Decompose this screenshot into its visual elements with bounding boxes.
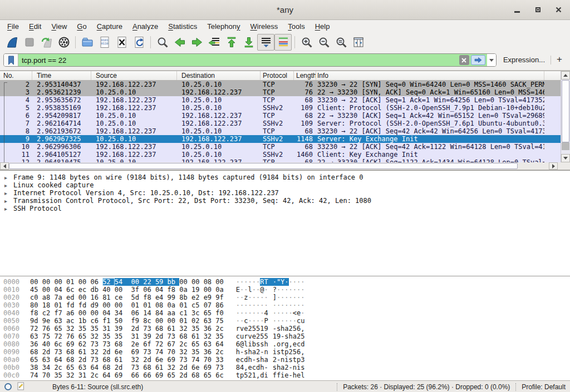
hex-byte[interactable]: 68: [143, 364, 155, 371]
hex-byte[interactable]: 73: [215, 364, 223, 371]
hex-byte[interactable]: 00: [204, 286, 216, 294]
ascii-char[interactable]: ·: [236, 309, 240, 317]
ascii-char[interactable]: ·: [248, 301, 252, 309]
hex-byte[interactable]: 36: [30, 340, 42, 348]
ascii-char[interactable]: ·: [301, 286, 304, 294]
ascii-char[interactable]: ·: [248, 309, 252, 317]
hex-byte[interactable]: 2d: [102, 348, 115, 356]
hex-row[interactable]: 009068 2d 73 68 61 32 2d 6e 69 73 74 70 …: [0, 348, 570, 356]
ascii-char[interactable]: ·: [268, 301, 277, 309]
scroll-up-button[interactable]: [561, 71, 570, 80]
hex-byte[interactable]: 31: [78, 371, 91, 379]
hex-byte[interactable]: 32: [179, 348, 191, 356]
hex-row[interactable]: 00b038 34 2c 65 63 64 68 2d 73 68 61 32 …: [0, 364, 570, 371]
menu-tools[interactable]: Tools: [283, 21, 309, 32]
hex-byte[interactable]: 6e: [155, 356, 168, 364]
hex-byte[interactable]: 38: [30, 364, 42, 371]
menu-capture[interactable]: Capture: [92, 21, 127, 32]
ascii-char[interactable]: ·: [301, 278, 304, 286]
hex-byte[interactable]: d9: [90, 301, 102, 309]
ascii-char[interactable]: ·: [236, 278, 240, 286]
hex-byte[interactable]: 73: [143, 348, 155, 356]
ascii-char[interactable]: ·: [289, 294, 293, 301]
ascii-char[interactable]: h: [248, 356, 252, 364]
ascii-char[interactable]: ·: [289, 309, 293, 317]
filter-bookmark-button[interactable]: [4, 54, 18, 66]
scroll-left-button[interactable]: [0, 162, 9, 170]
packet-list-vertical-scrollbar[interactable]: [561, 71, 570, 162]
hex-byte[interactable]: 65: [204, 371, 216, 379]
hex-byte[interactable]: 40: [42, 340, 55, 348]
ascii-char[interactable]: ·: [252, 309, 256, 317]
ascii-char[interactable]: ·: [248, 278, 252, 286]
hex-byte[interactable]: c5: [191, 301, 204, 309]
hex-byte[interactable]: 6c: [54, 340, 66, 348]
hex-byte[interactable]: 70: [42, 371, 55, 379]
packet-list-horizontal-scrollbar[interactable]: [0, 162, 570, 170]
hex-byte[interactable]: 32: [168, 364, 180, 371]
ascii-char[interactable]: f: [268, 371, 277, 379]
save-file-button[interactable]: 01010110: [96, 34, 113, 51]
hex-byte[interactable]: 34: [42, 364, 55, 371]
hex-byte[interactable]: 6f: [143, 340, 155, 348]
hex-byte[interactable]: 63: [78, 364, 91, 371]
hex-byte[interactable]: 65: [191, 340, 204, 348]
ascii-char[interactable]: ·: [252, 317, 256, 325]
hex-byte[interactable]: 34: [115, 309, 127, 317]
ascii-char[interactable]: ·: [284, 286, 288, 294]
start-capture-button[interactable]: [3, 34, 21, 51]
ascii-char[interactable]: h: [236, 348, 240, 356]
expander-icon[interactable]: ▸: [4, 174, 13, 182]
hex-byte[interactable]: 80: [30, 301, 42, 309]
ascii-char[interactable]: t: [236, 371, 240, 379]
hex-byte[interactable]: 3f: [127, 286, 144, 294]
hex-row[interactable]: 000000 00 00 01 00 06 52 54 00 22 59 bb …: [0, 278, 570, 286]
hex-byte[interactable]: 69: [66, 340, 78, 348]
hex-byte[interactable]: 70: [168, 348, 180, 356]
ascii-char[interactable]: 2: [248, 371, 252, 379]
hex-byte[interactable]: f8: [143, 294, 155, 301]
hex-byte[interactable]: 35: [191, 325, 204, 333]
ascii-char[interactable]: ·: [293, 286, 297, 294]
ascii-char[interactable]: ·: [252, 301, 256, 309]
hex-row[interactable]: 00a065 63 64 68 2d 73 68 61 32 2d 6e 69 …: [0, 356, 570, 364]
ascii-char[interactable]: h: [289, 333, 293, 340]
hex-byte[interactable]: 61: [191, 333, 204, 340]
column-header-length[interactable]: Length: [294, 71, 316, 80]
hex-byte[interactable]: 00: [42, 286, 55, 294]
hex-byte[interactable]: 63: [204, 340, 216, 348]
go-to-packet-button[interactable]: [205, 34, 223, 51]
hex-byte[interactable]: 7a: [54, 294, 66, 301]
ascii-char[interactable]: i: [284, 356, 288, 364]
hex-byte[interactable]: 08: [204, 278, 216, 286]
ascii-char[interactable]: u: [301, 317, 304, 325]
ascii-char[interactable]: b: [252, 340, 256, 348]
hex-byte[interactable]: 61: [78, 348, 91, 356]
hex-byte[interactable]: 9e: [42, 317, 55, 325]
column-header-time[interactable]: Time: [32, 71, 91, 80]
hex-byte[interactable]: 32: [179, 325, 191, 333]
hex-row[interactable]: 008036 40 6c 69 62 73 73 68 2e 6f 72 67 …: [0, 340, 570, 348]
hex-byte[interactable]: 64: [215, 340, 223, 348]
ascii-char[interactable]: n: [264, 348, 268, 356]
hex-byte[interactable]: 86: [215, 301, 223, 309]
hex-byte[interactable]: 00: [42, 278, 55, 286]
hex-byte[interactable]: 01: [179, 317, 191, 325]
hex-byte[interactable]: 65: [66, 364, 78, 371]
hex-byte[interactable]: bb: [168, 278, 180, 286]
ascii-char[interactable]: ·: [289, 301, 293, 309]
hex-byte[interactable]: 36: [204, 325, 216, 333]
close-file-button[interactable]: [113, 34, 130, 51]
hex-byte[interactable]: 01: [143, 301, 155, 309]
hex-byte[interactable]: 2d: [179, 371, 191, 379]
packet-row-10[interactable]: 102.962996306192.168.122.23710.25.0.10TC…: [0, 143, 570, 151]
hex-byte[interactable]: ac: [66, 317, 78, 325]
ascii-char[interactable]: h: [293, 371, 297, 379]
ascii-char[interactable]: ·: [289, 278, 293, 286]
hex-byte[interactable]: 9f: [215, 294, 223, 301]
ascii-char[interactable]: ·: [252, 278, 256, 286]
capture-file-properties-icon[interactable]: [4, 383, 12, 390]
hex-byte[interactable]: 00: [168, 317, 180, 325]
zoom-out-button[interactable]: [315, 34, 332, 51]
scroll-right-button[interactable]: [549, 162, 558, 170]
